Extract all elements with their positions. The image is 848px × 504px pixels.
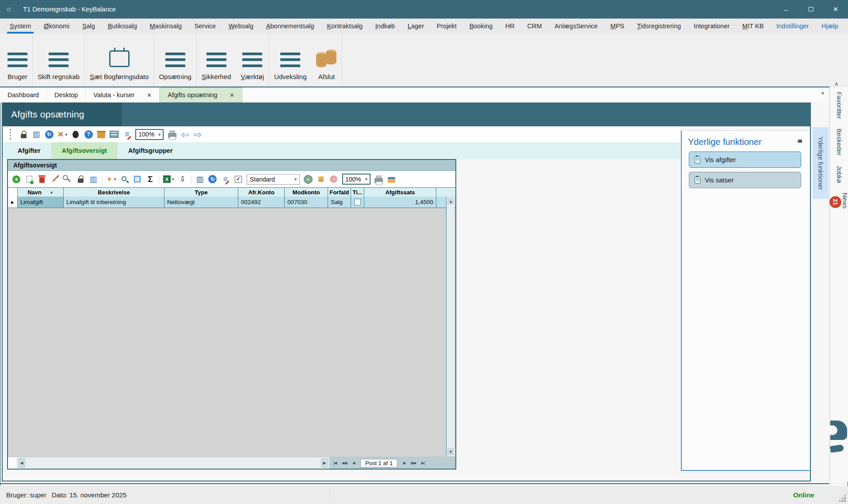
table-row[interactable]: ▶ Limafgift Limafgift til inberetning Ne… <box>8 197 455 208</box>
cell-navn[interactable]: Limafgift <box>18 197 64 208</box>
debug-button[interactable] <box>71 129 80 140</box>
menu-item[interactable]: Indkøb <box>374 19 396 34</box>
search-button[interactable] <box>120 174 129 185</box>
view-select[interactable]: Standard ▾ <box>247 174 300 185</box>
print-button[interactable] <box>168 129 176 140</box>
side-panel-button[interactable]: Vis satser <box>689 172 801 188</box>
remove-view-button[interactable]: − <box>329 174 338 185</box>
scroll-left-button[interactable]: ◀ <box>17 457 26 469</box>
menu-item[interactable]: Tidsregistrering <box>636 19 682 34</box>
ribbon-button[interactable]: Værktøj <box>236 34 270 86</box>
resize-grip[interactable] <box>844 500 846 502</box>
column-header[interactable]: Afr.Konto ▲ <box>238 188 285 197</box>
export-calendar-button[interactable] <box>387 174 396 185</box>
column-header[interactable]: Afgiftssats ▲ <box>364 188 436 197</box>
horizontal-scrollbar-track[interactable] <box>26 457 320 469</box>
menu-item[interactable]: Salg <box>81 19 96 34</box>
grid-columns-button[interactable]: ▥ <box>89 174 98 185</box>
sum-button[interactable]: Σ <box>146 174 155 185</box>
cell-beskrivelse[interactable]: Limafgift til inberetning <box>64 197 164 208</box>
filter-dropdown-button[interactable]: ▼▾ <box>106 174 116 185</box>
lock-button[interactable] <box>19 129 28 140</box>
menu-item[interactable]: Lager <box>407 19 425 34</box>
grid-tools-button[interactable] <box>63 174 72 185</box>
ribbon-collapse-icon[interactable]: ∧ <box>834 80 839 87</box>
document-tab[interactable]: Valuta - kurser ✕ <box>86 87 160 102</box>
pager-button[interactable]: |◀ <box>331 459 339 468</box>
vertical-tab-yderlige-funktioner[interactable]: Yderlige funktioner <box>813 127 829 199</box>
minimize-button[interactable]: – <box>774 0 798 19</box>
menu-item[interactable]: Maskinsalg <box>149 19 183 34</box>
menu-item[interactable]: Kontraktsalg <box>326 19 363 34</box>
grid-layout-button[interactable]: ▥ <box>195 174 204 185</box>
cell-afrkonto[interactable]: 002492 <box>238 197 285 208</box>
pager-button[interactable]: ◀ <box>349 459 358 468</box>
page-zoom-select[interactable]: 100% ▾ <box>135 129 164 140</box>
pin-icon[interactable] <box>797 139 803 145</box>
help-button[interactable]: ? <box>84 129 93 140</box>
menu-item[interactable]: Butikssalg <box>107 19 138 34</box>
menu-item[interactable]: Abonnementsalg <box>265 19 315 34</box>
close-button[interactable]: ✕ <box>823 0 848 19</box>
refresh-button[interactable]: ↻ <box>45 129 53 140</box>
grid-zoom-select[interactable]: 100% ▾ <box>342 174 371 185</box>
right-strip-tab[interactable]: Jobkø <box>836 166 843 183</box>
menu-item[interactable]: Service <box>194 19 217 34</box>
import-button[interactable]: ⇩ <box>178 174 187 185</box>
tab-close-icon[interactable]: ✕ <box>229 92 234 99</box>
menu-item[interactable]: HR <box>504 19 516 34</box>
grid-print-button[interactable] <box>374 174 383 185</box>
menu-item[interactable]: CRM <box>526 19 542 34</box>
add-row-button[interactable]: + <box>12 174 21 185</box>
navigate-forward-button[interactable]: ⇨ <box>193 129 202 140</box>
right-strip-tab[interactable]: News 21 <box>829 193 848 208</box>
menu-item[interactable]: Websalg <box>228 19 254 34</box>
excel-export-button[interactable]: X▾ <box>163 174 174 185</box>
scroll-right-button[interactable]: ▶ <box>320 457 329 469</box>
machine-button[interactable] <box>110 129 118 140</box>
maximize-button[interactable] <box>798 0 823 19</box>
pager-button[interactable]: ◀◀ <box>340 459 348 468</box>
column-header[interactable]: Type ▲ <box>164 188 238 197</box>
refresh-rates-button[interactable] <box>317 174 325 185</box>
tab-close-icon[interactable]: ✕ <box>147 92 152 99</box>
edit-notes-button[interactable]: ≡ <box>122 129 131 140</box>
cell-modkonto[interactable]: 007030 <box>285 197 328 208</box>
menu-item[interactable]: Indstillinger <box>775 19 810 34</box>
ribbon-button[interactable]: Sikkerhed <box>197 34 236 86</box>
menu-item[interactable]: Booking <box>469 19 493 34</box>
columns-button[interactable]: ▥ <box>32 129 41 140</box>
cell-afgiftssats[interactable]: 1,4500 <box>364 197 436 208</box>
select-button[interactable] <box>133 174 142 185</box>
ribbon-button[interactable]: Sæt Bogføringsdato <box>85 34 154 86</box>
ribbon-button[interactable]: Udveksling <box>269 34 311 86</box>
tab-overflow-menu-icon[interactable]: ▾ <box>821 90 827 96</box>
document-tab[interactable]: Afgifts opsætning ✕ <box>160 87 242 102</box>
grid-refresh-button[interactable]: ↻ <box>208 174 217 185</box>
pager-button[interactable]: ▶| <box>419 459 427 468</box>
multi-select-toggle[interactable]: ✓ <box>234 174 243 185</box>
column-header[interactable]: Ti... ▲ <box>351 188 364 197</box>
document-tab[interactable]: Dashboard ✕ <box>0 87 47 102</box>
delete-row-button[interactable] <box>38 174 46 185</box>
grid-edit-notes-button[interactable]: ≡ <box>221 174 230 185</box>
menu-item[interactable]: Økonomi <box>43 19 70 34</box>
duplicate-row-button[interactable] <box>25 174 34 185</box>
checkbox-unchecked[interactable] <box>354 199 361 205</box>
vertical-scrollbar[interactable]: ▲ ▼ <box>446 197 455 456</box>
column-header[interactable]: Modkonto ▲ <box>285 188 328 197</box>
document-tab[interactable]: Desktop ✕ <box>47 87 86 102</box>
column-header[interactable]: Beskrivelse ▲ <box>64 188 164 197</box>
menu-item[interactable]: System <box>9 19 32 34</box>
cell-ti-checkbox[interactable] <box>351 197 364 208</box>
right-strip-tab[interactable]: Favoritter <box>836 92 843 119</box>
menu-item[interactable]: MPS <box>610 19 625 34</box>
navigate-back-button[interactable]: ⇦ <box>180 129 189 140</box>
column-header[interactable]: Forfald ▲ <box>328 188 351 197</box>
ribbon-button[interactable]: Skift regnskab <box>33 34 85 86</box>
sub-tab[interactable]: Afgiftsgrupper <box>118 142 183 159</box>
ribbon-button[interactable]: Afslut <box>311 34 342 86</box>
side-panel-button[interactable]: Vis afgifter <box>689 152 801 168</box>
menu-item[interactable]: MIT KB <box>741 19 764 34</box>
cell-forfald[interactable]: Salg <box>328 197 351 208</box>
